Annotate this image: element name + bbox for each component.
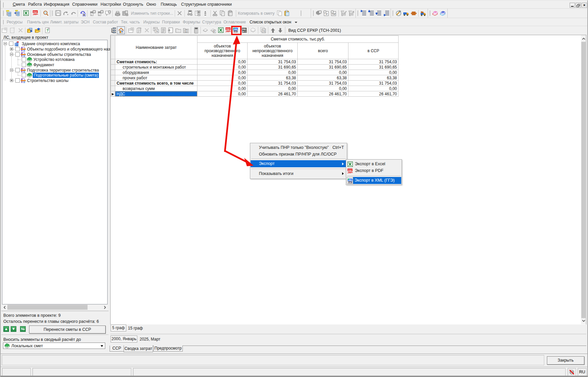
svg-text:?: ? [46,29,48,32]
svg-text:Σ: Σ [185,30,187,32]
svg-text:✱: ✱ [83,14,85,16]
svg-text:%: % [263,30,265,32]
svg-text:%: % [156,30,158,32]
svg-text:P: P [326,13,327,16]
svg-text:ПР: ПР [332,13,335,16]
svg-text:F: F [214,30,215,33]
